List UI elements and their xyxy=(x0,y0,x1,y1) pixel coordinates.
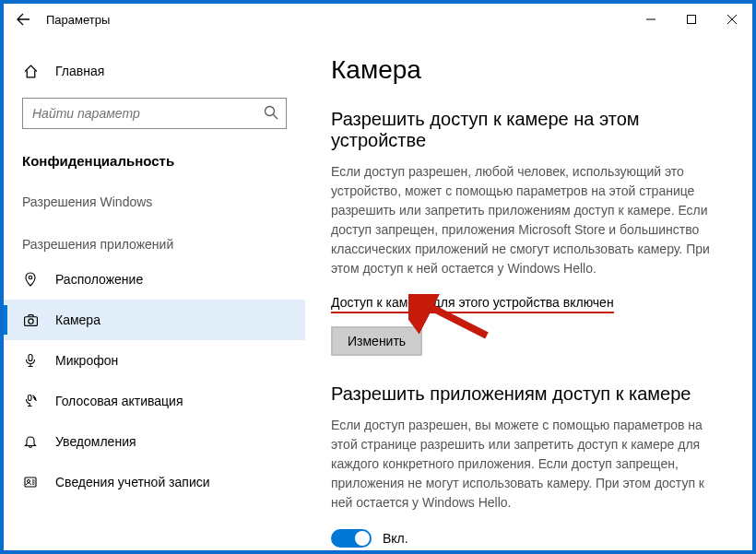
sidebar-item-notifications[interactable]: Уведомления xyxy=(4,421,305,462)
search-icon xyxy=(263,104,279,121)
subheader-windows-permissions[interactable]: Разрешения Windows xyxy=(4,178,305,218)
sidebar-item-microphone[interactable]: Микрофон xyxy=(4,340,305,381)
search-container xyxy=(22,98,287,129)
home-label: Главная xyxy=(55,64,104,78)
svg-point-2 xyxy=(266,107,275,116)
close-icon xyxy=(726,14,738,25)
sidebar-item-label: Микрофон xyxy=(55,353,118,368)
microphone-icon xyxy=(22,353,39,368)
voice-icon xyxy=(22,394,39,408)
sidebar-item-label: Уведомления xyxy=(55,434,136,449)
content-area: Главная Конфиденциальность Разрешения Wi… xyxy=(4,35,752,550)
sidebar-item-label: Расположение xyxy=(55,272,143,287)
back-button[interactable] xyxy=(9,12,37,27)
svg-rect-8 xyxy=(29,395,32,401)
app-access-toggle[interactable] xyxy=(331,529,372,548)
camera-icon xyxy=(22,312,39,328)
title-bar: Параметры xyxy=(4,4,752,35)
back-arrow-icon xyxy=(16,12,30,27)
home-nav[interactable]: Главная xyxy=(4,53,305,88)
section-device-access-heading: Разрешить доступ к камере на этом устрой… xyxy=(331,109,726,151)
window-controls xyxy=(631,4,752,35)
sidebar-item-label: Камера xyxy=(55,312,100,327)
svg-rect-5 xyxy=(24,316,37,325)
account-icon xyxy=(22,475,39,489)
sidebar-item-account-info[interactable]: Сведения учетной записи xyxy=(4,462,305,502)
minimize-button[interactable] xyxy=(631,4,671,35)
minimize-icon xyxy=(645,14,656,25)
sidebar-item-label: Голосовая активация xyxy=(55,394,183,408)
sidebar-item-camera[interactable]: Камера xyxy=(4,300,305,340)
location-icon xyxy=(22,272,39,287)
category-privacy: Конфиденциальность xyxy=(4,144,305,178)
device-access-status: Доступ к камере для этого устройства вкл… xyxy=(331,295,614,313)
sidebar-item-label: Сведения учетной записи xyxy=(55,475,210,489)
search-input[interactable] xyxy=(22,98,287,129)
page-title: Камера xyxy=(331,55,726,85)
svg-rect-7 xyxy=(29,355,32,361)
maximize-button[interactable] xyxy=(671,4,712,35)
settings-window: Параметры Главная xyxy=(0,0,756,554)
svg-point-6 xyxy=(28,318,32,323)
maximize-icon xyxy=(686,14,697,25)
main-panel: Камера Разрешить доступ к камере на этом… xyxy=(305,35,752,550)
change-button[interactable]: Изменить xyxy=(331,326,422,356)
home-icon xyxy=(22,64,39,79)
svg-point-10 xyxy=(28,480,30,483)
toggle-knob-icon xyxy=(355,531,370,546)
sidebar-item-location[interactable]: Расположение xyxy=(4,259,305,300)
svg-point-4 xyxy=(29,276,32,279)
section-app-access-desc: Если доступ разрешен, вы можете с помощь… xyxy=(331,416,726,513)
svg-line-3 xyxy=(274,115,278,120)
section-device-access-desc: Если доступ разрешен, любой человек, исп… xyxy=(331,162,726,278)
toggle-label: Вкл. xyxy=(383,531,408,546)
svg-rect-1 xyxy=(688,16,696,24)
bell-icon xyxy=(22,434,39,449)
sidebar-item-voice-activation[interactable]: Голосовая активация xyxy=(4,381,305,421)
sidebar: Главная Конфиденциальность Разрешения Wi… xyxy=(4,35,305,550)
section-app-access-heading: Разрешить приложениям доступ к камере xyxy=(331,383,726,405)
close-button[interactable] xyxy=(712,4,752,35)
subheader-app-permissions: Разрешения приложений xyxy=(4,218,305,259)
window-title: Параметры xyxy=(46,13,110,27)
app-access-toggle-row: Вкл. xyxy=(331,529,726,548)
